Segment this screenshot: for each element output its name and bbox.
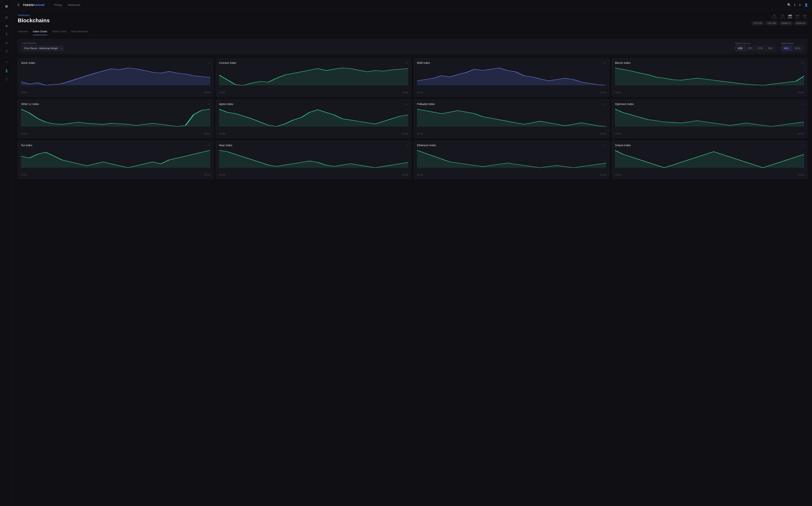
logo: TOKENRADAR (23, 3, 44, 7)
chart-card-header: Bitcoin Index→ (615, 61, 804, 64)
filter-btn-top-300[interactable]: TOP-300 (765, 21, 778, 25)
time-btn-90d[interactable]: 90DQTD (794, 14, 800, 19)
tab-news-mentions[interactable]: News Mentions (71, 28, 88, 35)
chart-card-header: Near Index→ (219, 144, 408, 147)
chart-svg (615, 67, 804, 90)
x-label: 24 Feb (204, 174, 210, 176)
nav-pricing[interactable]: Pricing (53, 3, 63, 7)
quote-btn-btc[interactable]: BTC (745, 46, 755, 51)
x-label: 10 Feb (219, 133, 225, 135)
chart-title: Optimism Index (615, 102, 634, 106)
chart-x-labels: 10 Feb24 Feb (417, 173, 606, 176)
filter-buttons: TOP-100TOP-300ADMA-10ADMA-50 (751, 21, 807, 25)
chart-card-polkadot-index[interactable]: Polkadot Index→10 Feb24 Feb (414, 99, 609, 138)
chart-card-sonic-index[interactable]: Sonic Index→10 Feb24 Feb (18, 58, 213, 97)
native-label: Native Asset (782, 42, 803, 45)
x-label: 10 Feb (417, 174, 423, 176)
chart-arrow-icon: → (801, 144, 804, 147)
theme-icon[interactable]: ☀ (799, 3, 801, 7)
user-icon[interactable]: 👤 (804, 3, 808, 7)
tab-index-charts[interactable]: Index Charts (33, 28, 47, 35)
x-label: 10 Feb (417, 133, 423, 135)
chart-card-optimism-index[interactable]: Optimism Index→10 Feb24 Feb (612, 99, 807, 138)
filter-btn-top-100[interactable]: TOP-100 (751, 21, 764, 25)
chart-card-sui-index[interactable]: Sui Index→10 Feb24 Feb (18, 141, 213, 179)
time-btn-1d[interactable]: 1DTODAY (770, 14, 778, 19)
native-btn-excl[interactable]: EXCL (792, 46, 803, 51)
x-label: 10 Feb (21, 91, 27, 94)
algorithm-select[interactable]: Price Return - Marketcap Weight (22, 46, 65, 51)
chart-arrow-icon: → (603, 144, 606, 147)
page-content: Dashboard / Blockchains 1DTODAY7DWTD30DM… (13, 10, 812, 506)
chart-card-other-l1 index[interactable]: Other L1 Index→10 Feb24 Feb (18, 99, 213, 138)
chart-card-header: Aptos Index→ (219, 102, 408, 106)
filter-btn-adma-50[interactable]: ADMA-50 (794, 21, 807, 25)
quote-toggle-group: USDBTCETHSOL (735, 46, 775, 51)
nav-icons: 🔍 ℹ ☀ 👤 (787, 3, 808, 7)
chart-arrow-icon: → (207, 102, 210, 106)
time-btn-30d[interactable]: 30DMTD (787, 14, 793, 19)
sidebar: ⊞ ▤ ◉ $ ⊕ ☰ ↗ 💲 🗋 (0, 0, 13, 506)
chart-card-header: Optimism Index→ (615, 102, 804, 106)
chart-card-ethereum-index[interactable]: Ethereum Index→10 Feb24 Feb (414, 141, 609, 179)
chart-svg (417, 67, 606, 90)
chart-card-bnb-index[interactable]: BNB Index→10 Feb24 Feb (414, 58, 609, 97)
sidebar-icon-grid[interactable]: ⊞ (3, 2, 10, 10)
chart-svg (21, 149, 210, 172)
chart-card-near-index[interactable]: Near Index→10 Feb24 Feb (216, 141, 411, 179)
chart-title: Solana Index (615, 144, 631, 147)
breadcrumb-parent[interactable]: Dashboard (18, 14, 29, 17)
chart-x-labels: 10 Feb24 Feb (615, 91, 804, 94)
time-btn-7d[interactable]: 7DWTD (780, 14, 786, 19)
hamburger-icon[interactable]: ☰ (17, 3, 20, 7)
native-toggle-group: INCLEXCL (782, 46, 803, 51)
sidebar-icon-target[interactable]: ◉ (3, 22, 10, 29)
right-controls: Quote Currency USDBTCETHSOL Native Asset… (735, 42, 803, 51)
sidebar-icon-doc[interactable]: ☰ (3, 48, 10, 55)
sidebar-icon-radar[interactable]: ⊕ (3, 39, 10, 47)
logo-radar: RADAR (34, 3, 45, 7)
x-label: 10 Feb (615, 133, 621, 135)
quote-btn-eth[interactable]: ETH (755, 46, 765, 51)
search-icon[interactable]: 🔍 (787, 3, 791, 7)
nav-dashboard[interactable]: Dashboard (66, 3, 82, 7)
chart-card-aptos-index[interactable]: Aptos Index→10 Feb24 Feb (216, 99, 411, 138)
x-label: 24 Feb (798, 91, 804, 94)
x-label: 24 Feb (798, 133, 804, 135)
chart-card-header: Other L1 Index→ (21, 102, 210, 106)
sidebar-icon-chart[interactable]: ▤ (3, 13, 10, 21)
select-wrapper: Price Return - Marketcap Weight ▼ (22, 46, 65, 51)
sidebar-icon-dollar[interactable]: $ (3, 30, 10, 38)
chart-card-solana-index[interactable]: Solana Index→10 Feb24 Feb (612, 141, 807, 179)
native-btn-incl[interactable]: INCL (782, 46, 792, 51)
sidebar-icon-file[interactable]: 🗋 (3, 75, 10, 83)
sidebar-icon-money[interactable]: 💲 (3, 67, 10, 75)
chart-arrow-icon: → (207, 61, 210, 64)
chart-title: Bitcoin Index (615, 61, 630, 64)
filter-btn-adma-10[interactable]: ADMA-10 (779, 21, 793, 25)
info-icon[interactable]: ℹ (794, 3, 795, 7)
chart-card-bitcoin-index[interactable]: Bitcoin Index→10 Feb24 Feb (612, 58, 807, 97)
tab-overview[interactable]: Overview (18, 28, 28, 35)
x-label: 24 Feb (402, 174, 408, 176)
time-buttons: 1DTODAY7DWTD30DMTD90DQTD12MYTD (770, 14, 808, 19)
chart-svg (21, 67, 210, 90)
tab-token-charts[interactable]: Token Charts (52, 28, 67, 35)
chart-grid: Sonic Index→10 Feb24 FebCosmos Index→10 … (18, 58, 807, 179)
chart-title: Cosmos Index (219, 61, 236, 64)
page-title: Blockchains (18, 17, 50, 24)
x-label: 10 Feb (21, 133, 27, 135)
x-label: 24 Feb (600, 133, 606, 135)
quote-btn-sol[interactable]: SOL (766, 46, 775, 51)
sidebar-icon-external[interactable]: ↗ (3, 59, 10, 66)
x-label: 10 Feb (615, 174, 621, 176)
chart-x-labels: 10 Feb24 Feb (21, 91, 210, 94)
time-btn-12m[interactable]: 12MYTD (802, 14, 807, 19)
chart-x-labels: 10 Feb24 Feb (615, 173, 804, 176)
quote-btn-usd[interactable]: USD (735, 46, 745, 51)
chart-title: Near Index (219, 144, 232, 147)
chart-x-labels: 10 Feb24 Feb (219, 91, 408, 94)
tabs: OverviewIndex ChartsToken ChartsNews Men… (18, 28, 807, 35)
algorithm-label: Index Algorithm (22, 42, 65, 44)
chart-card-cosmos-index[interactable]: Cosmos Index→10 Feb24 Feb (216, 58, 411, 97)
